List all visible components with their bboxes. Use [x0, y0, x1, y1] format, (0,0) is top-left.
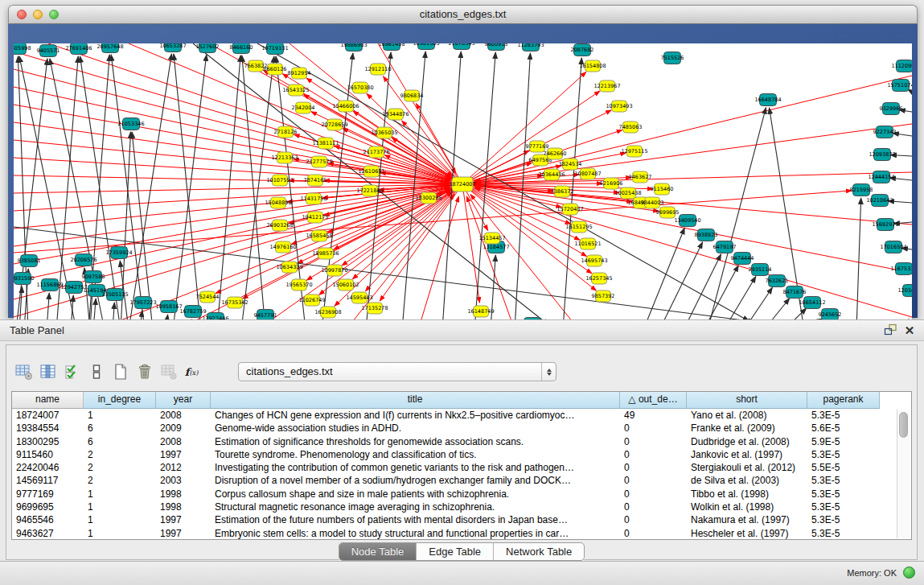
graph-node[interactable]: 18981385: [413, 43, 439, 50]
select-rows-button[interactable]: [63, 362, 82, 381]
table-row[interactable]: 1872400712008Changes of HCN gene express…: [12, 409, 911, 422]
graph-node[interactable]: 12213967: [593, 80, 620, 92]
graph-node[interactable]: 10807487: [574, 168, 601, 179]
columns-button[interactable]: [39, 362, 58, 381]
graph-node[interactable]: 10654112: [799, 297, 825, 309]
graph-node[interactable]: 6479197: [713, 241, 737, 253]
graph-node[interactable]: 8938923: [695, 229, 718, 241]
graph-node[interactable]: 2087682: [571, 44, 594, 56]
table-row[interactable]: 946554611997Estimation of the future num…: [12, 513, 911, 526]
graph-node[interactable]: 15692971: [872, 219, 898, 231]
table-settings-button[interactable]: [14, 362, 34, 381]
graph-node[interactable]: 16505998: [14, 43, 31, 55]
column-header-pagerank[interactable]: pagerank: [807, 392, 880, 409]
graph-node[interactable]: 10973493: [606, 101, 632, 112]
table-row[interactable]: 2242004622012Investigating the contribut…: [12, 461, 911, 474]
minimize-window-button[interactable]: [33, 10, 43, 19]
graph-node[interactable]: 18724007: [449, 177, 475, 192]
column-header-title[interactable]: title: [211, 392, 620, 409]
graph-node[interactable]: 9463627: [629, 171, 652, 183]
graph-node[interactable]: 8466160: [230, 43, 253, 54]
graph-node[interactable]: 9097588: [82, 271, 105, 283]
graph-node[interactable]: 10997870: [321, 265, 347, 276]
graph-node[interactable]: 7485063: [619, 122, 643, 133]
graph-node[interactable]: 16961458: [378, 43, 405, 51]
graph-node[interactable]: 9385081: [18, 255, 41, 267]
table-row[interactable]: 1938455462009Genome-wide association stu…: [12, 422, 911, 435]
table-row[interactable]: 969969511998Structural magnetic resonanc…: [12, 501, 911, 513]
graph-node[interactable]: 11120997: [891, 60, 912, 72]
graph-node[interactable]: 15048898: [265, 197, 291, 208]
memory-status-indicator[interactable]: [903, 566, 915, 579]
graph-node[interactable]: 16257345: [585, 273, 612, 284]
graph-node[interactable]: 27691406: [65, 43, 92, 55]
graph-node[interactable]: 10958167: [155, 301, 182, 313]
graph-node[interactable]: 16648784: [754, 94, 781, 106]
graph-node[interactable]: 10210643: [866, 195, 893, 207]
graph-node[interactable]: 9600915: [485, 43, 508, 51]
column-header-year[interactable]: year: [156, 392, 211, 409]
graph-node[interactable]: 21078545: [448, 43, 474, 50]
graph-node[interactable]: 15060102: [332, 279, 359, 290]
graph-node[interactable]: 19344876: [382, 109, 409, 120]
graph-node[interactable]: 14976160: [269, 241, 296, 253]
column-header-name[interactable]: name: [12, 392, 84, 409]
graph-node[interactable]: 16236908: [314, 307, 341, 318]
table-row[interactable]: 911546021997Tourette syndrome. Phenomeno…: [12, 448, 911, 461]
graph-node[interactable]: 3824534: [559, 159, 582, 170]
graph-node[interactable]: 9329966: [880, 103, 903, 115]
graph-node[interactable]: 21053346: [117, 118, 144, 130]
column-header-out_de[interactable]: △ out_de…: [620, 392, 687, 409]
delete-button[interactable]: [135, 362, 154, 381]
column-header-in_degree[interactable]: in_degree: [84, 392, 156, 409]
citation-network-graph[interactable]: 1650599894055712769140620957648106532871…: [14, 43, 912, 330]
graph-node[interactable]: 17016504: [880, 241, 906, 253]
table-selector-dropdown[interactable]: citations_edges.txt: [238, 362, 556, 381]
graph-node[interactable]: 9115460: [651, 183, 674, 195]
graph-node[interactable]: 19565370: [285, 279, 312, 290]
graph-node[interactable]: 2718126: [274, 126, 298, 138]
delete-table-button[interactable]: [159, 362, 179, 381]
graph-node[interactable]: 10653287: [159, 43, 186, 52]
graph-node[interactable]: 26903268: [266, 220, 293, 231]
graph-node[interactable]: 1527602: [196, 43, 220, 53]
graph-node[interactable]: 16585458: [306, 230, 332, 241]
window-titlebar[interactable]: citations_edges.txt: [8, 5, 918, 24]
tab-edge-table[interactable]: Edge Table: [417, 543, 494, 560]
graph-node[interactable]: 2935114: [749, 264, 772, 276]
table-row[interactable]: 1830029562008Estimation of significance …: [12, 435, 911, 448]
graph-node[interactable]: 10107553: [266, 175, 293, 186]
tab-node-table[interactable]: Node Table: [339, 543, 417, 560]
graph-node[interactable]: 17135278: [361, 303, 388, 314]
graph-node[interactable]: 12034563: [897, 285, 912, 297]
column-header-short[interactable]: short: [687, 392, 807, 409]
float-panel-button[interactable]: [882, 323, 898, 338]
new-column-button[interactable]: [111, 362, 130, 381]
graph-node[interactable]: 16154808: [579, 60, 606, 72]
graph-node[interactable]: 8660126: [264, 64, 287, 75]
graph-node[interactable]: 7515526: [661, 52, 684, 64]
graph-node[interactable]: 12093877: [869, 149, 895, 161]
graph-node[interactable]: 19412175: [302, 212, 328, 223]
graph-node[interactable]: 12610651: [358, 166, 384, 177]
table-row[interactable]: 1456911722003Disruption of a novel membe…: [12, 474, 911, 487]
graph-node[interactable]: 9405571: [37, 45, 60, 57]
graph-node[interactable]: 8215958: [850, 184, 873, 196]
graph-node[interactable]: 11016521: [574, 238, 601, 249]
graph-node[interactable]: 20957648: [97, 43, 123, 53]
graph-node[interactable]: 8471676: [783, 286, 807, 299]
table-row[interactable]: 977716911998Corpus callosum shape and si…: [12, 488, 911, 501]
graph-node[interactable]: 9806834: [400, 90, 424, 101]
zoom-window-button[interactable]: [49, 10, 59, 19]
network-canvas[interactable]: 1650599894055712769140620957648106532871…: [14, 43, 912, 330]
table-row[interactable]: 946362711997Embryonic stem cells: a mode…: [12, 527, 911, 540]
graph-node[interactable]: 7874165: [304, 175, 327, 186]
function-builder-button[interactable]: f (x): [183, 362, 203, 381]
vertical-scrollbar[interactable]: [897, 410, 910, 538]
graph-node[interactable]: 7524544: [196, 291, 220, 303]
graph-node[interactable]: 9699695: [656, 207, 680, 218]
graph-node[interactable]: 12213363: [271, 152, 298, 163]
graph-node[interactable]: 12975115: [621, 146, 647, 157]
graph-node[interactable]: 7632621: [766, 275, 789, 287]
graph-node[interactable]: 18985736: [312, 248, 339, 259]
